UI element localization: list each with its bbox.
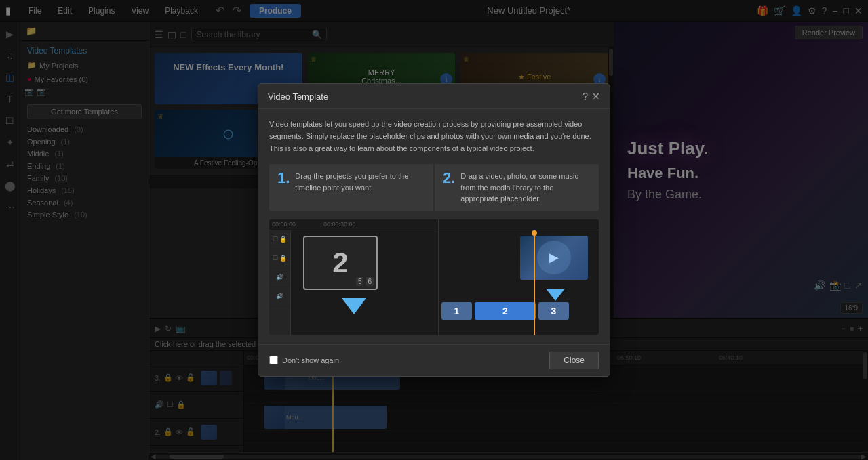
dlg-ctrl-row4: 🔊: [269, 287, 290, 306]
dlg-block-2: 2: [475, 302, 536, 320]
dlg-ctrl-icon1[interactable]: ☐: [273, 236, 278, 243]
step2-text: Drag a video, photo, or some music from …: [460, 171, 591, 205]
dlg-video-content: ▶: [520, 236, 588, 280]
dlg-badge-5: 5: [356, 277, 364, 286]
dialog-body: Video templates let you speed up the vid…: [258, 109, 610, 343]
step-2: 2. Drag a video, photo, or some music fr…: [435, 164, 599, 211]
dlg-ctrl-row1: ☐ 🔒: [269, 230, 290, 249]
arrow-down-shape: [342, 298, 366, 314]
dlg-ruler-label: 00:00:00: [272, 221, 296, 228]
dont-show-checkbox[interactable]: [269, 356, 278, 364]
dlg-thumb-badges: 5 6: [356, 277, 374, 286]
dlg-ctrl-icon3[interactable]: ☐: [273, 255, 278, 262]
dlg-thumb-num: 2: [332, 247, 348, 279]
dlg-ctrl-icon2[interactable]: 🔒: [279, 236, 287, 243]
dialog-help-icon[interactable]: ?: [583, 91, 588, 102]
dlg-person-icon: ▶: [549, 250, 559, 265]
dialog-title: Video Template: [268, 91, 328, 102]
dlg-block-1: 1: [441, 302, 472, 320]
step-1: 1. Drag the projects you prefer to the t…: [269, 164, 433, 211]
dialog-description: Video templates let you speed up the vid…: [269, 119, 599, 154]
dont-show-text: Don't show again: [282, 356, 339, 364]
dlg-badge-6: 6: [366, 277, 374, 286]
dlg-ctrl-icon4[interactable]: 🔒: [279, 255, 287, 262]
dlg-ctrl-row3: 🔊: [269, 268, 290, 287]
dont-show-label[interactable]: Don't show again: [269, 356, 339, 364]
dlg-ctrl-icon6[interactable]: 🔊: [276, 293, 283, 299]
close-button[interactable]: Close: [549, 352, 599, 369]
dlg-template-thumb: 2 5 6: [303, 236, 378, 290]
dlg-ruler: 00:00:00 00:00:30:00: [269, 219, 438, 230]
dialog-close-icon[interactable]: ✕: [592, 91, 600, 102]
dlg-right-ruler: 00:00:00 00:30:00 01:00:00: [439, 219, 599, 230]
dlg-video-person: ▶: [537, 241, 571, 274]
dlg-ctrl-icon5[interactable]: 🔊: [276, 274, 283, 280]
dialog-steps: 1. Drag the projects you prefer to the t…: [269, 164, 599, 211]
dialog-timeline-right: 00:00:00 00:30:00 01:00:00 ▶: [439, 219, 599, 335]
dialog-footer: Don't show again Close: [258, 344, 610, 376]
step1-number: 1.: [277, 171, 290, 186]
dlg-track-controls: ☐ 🔒 ☐ 🔒 🔊 🔊: [269, 230, 291, 335]
step1-text: Drag the projects you prefer to the time…: [295, 171, 425, 193]
dialog-template-preview: 00:00:00 00:00:30:00 ☐ 🔒 ☐ 🔒: [269, 219, 439, 335]
dialog-header-buttons: ? ✕: [583, 91, 600, 102]
dlg-bottom-track: [291, 316, 438, 335]
dlg-playhead: [534, 230, 535, 335]
dlg-right-arrow-shape: [546, 289, 565, 301]
dlg-block-3: 3: [538, 302, 569, 320]
dialog-header: Video Template ? ✕: [258, 84, 610, 109]
video-template-dialog: Video Template ? ✕ Video templates let y…: [258, 83, 610, 376]
dlg-right-arrow: [546, 289, 565, 301]
dlg-arrow-down: [342, 298, 366, 314]
dlg-ruler-label2: 00:00:30:00: [323, 221, 356, 228]
dlg-ctrl-row2: ☐ 🔒: [269, 249, 290, 268]
dlg-track-blocks: 1 2 3: [441, 302, 596, 321]
dialog-timeline-illustration: 00:00:00 00:00:30:00 ☐ 🔒 ☐ 🔒: [269, 219, 599, 335]
dlg-video-thumb: ▶: [520, 236, 588, 280]
step2-number: 2.: [443, 171, 455, 186]
dialog-overlay: Video Template ? ✕ Video templates let y…: [0, 0, 868, 460]
dlg-playhead-head: [532, 230, 537, 236]
